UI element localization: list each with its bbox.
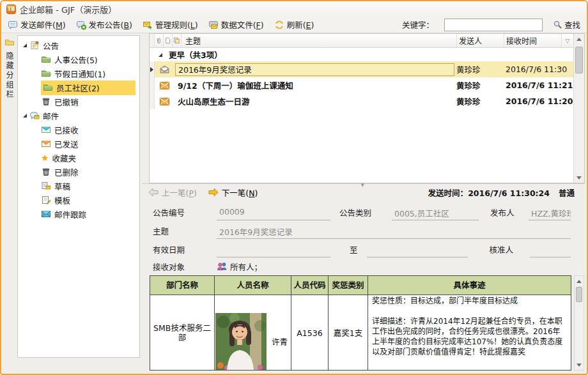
- sidebar-item-deleted[interactable]: 已删除: [18, 165, 139, 179]
- search-label: 查找: [564, 19, 580, 31]
- reward-table: 部门名称 人员名称 人员代码 奖惩类别 具体事迹 SMB技术服务二部: [150, 275, 571, 371]
- send-mail-button[interactable]: 发送邮件(M): [8, 19, 66, 31]
- col-person-name: 人员名称: [215, 276, 291, 295]
- trash-icon: [41, 167, 51, 177]
- collapse-group-bar[interactable]: 隐藏分组栏: [2, 34, 17, 371]
- scrollbar-thumb[interactable]: [576, 287, 582, 302]
- message-list: 主题 发送人 接收时间 ▽ 更早（共3项） 2016年9月奖惩记录 黄珍珍 20…: [149, 33, 585, 183]
- prev-arrow-icon: [148, 188, 159, 197]
- sidebar-item-mail-tracking[interactable]: 邮件跟踪: [18, 207, 139, 221]
- sidebar-item-sent[interactable]: 已发送: [18, 137, 139, 151]
- folder-tree: 公告 人事公告(5) 节假日通知(1) 员工社区(2) 已撤销 邮件 已接: [17, 35, 140, 358]
- scroll-up-button[interactable]: [575, 276, 584, 286]
- message-sender: 黄珍珍: [454, 79, 504, 91]
- reward-table-row: SMB技术服务二部: [150, 295, 571, 371]
- manage-rules-button[interactable]: 管理规则(L): [143, 19, 198, 31]
- col-details: 具体事迹: [368, 276, 571, 295]
- column-header-time[interactable]: 接收时间: [504, 34, 562, 47]
- keyword-input[interactable]: [444, 19, 543, 31]
- triangle-down-icon: [576, 176, 582, 182]
- scroll-up-button[interactable]: [574, 34, 584, 44]
- copies-column-header[interactable]: [173, 34, 182, 47]
- manage-rules-icon: [143, 20, 153, 30]
- employee-photo: [215, 313, 267, 371]
- message-time: 2016/7/6 11:30: [504, 65, 573, 74]
- publish-announcement-icon: [76, 20, 86, 30]
- cell-person-code: A1536: [291, 295, 329, 371]
- triangle-up-icon: [576, 277, 582, 283]
- message-row[interactable]: 火山岛原生态一日游 黄珍珍 2016/7/6 11:20: [150, 93, 573, 109]
- sidebar-item-revoked[interactable]: 已撤销: [18, 95, 139, 109]
- recipients-value: 所有人；: [230, 261, 262, 273]
- sidebar-item-label: 邮件: [43, 110, 59, 122]
- sidebar-item-label: 员工社区(2): [56, 82, 100, 94]
- row-indicator: [150, 77, 155, 93]
- cell-person: 许青: [215, 295, 291, 371]
- folder-icon: [4, 37, 15, 47]
- details-line-1: 奖惩性质：目标达成，部门半年度目标达成: [372, 296, 567, 306]
- expander-icon[interactable]: [23, 114, 27, 118]
- sort-desc-icon[interactable]: ▽: [562, 34, 573, 47]
- window-title: 企业邮箱 - GJF（演示版）: [20, 3, 116, 15]
- attachment-column-header[interactable]: [155, 34, 164, 47]
- message-row[interactable]: 9/12（下周一）瑜伽班上课通知 黄珍珍 2016/7/6 11:21: [150, 77, 573, 93]
- expander-icon[interactable]: [23, 43, 27, 47]
- col-reward-category: 奖惩类别: [329, 276, 368, 295]
- sidebar-item-mail[interactable]: 邮件: [18, 109, 139, 123]
- triangle-down-icon: [576, 364, 582, 369]
- message-row[interactable]: 2016年9月奖惩记录 黄珍珍 2016/7/6 11:30: [150, 61, 573, 77]
- scrollbar-thumb[interactable]: [575, 47, 583, 73]
- folder-green-icon: [41, 54, 51, 65]
- sidebar-item-hr-announcements[interactable]: 人事公告(5): [18, 52, 139, 66]
- scroll-down-button[interactable]: [575, 360, 584, 370]
- draft-icon: [41, 181, 51, 191]
- list-group-header[interactable]: 更早（共3项）: [150, 48, 573, 61]
- search-button[interactable]: 查找: [553, 19, 580, 31]
- sidebar-item-holiday-notices[interactable]: 节假日通知(1): [18, 66, 139, 80]
- previous-record-button[interactable]: 上一笔(P): [148, 187, 197, 199]
- collapse-bar-label: 隐藏分组栏: [4, 52, 15, 100]
- page-column-header[interactable]: [164, 34, 173, 47]
- table-scrollbar[interactable]: [574, 275, 584, 371]
- subject-label: 主题: [153, 225, 217, 239]
- publish-announcement-button[interactable]: 发布公告(B): [76, 19, 132, 31]
- message-subject: 2016年9月奖惩记录: [175, 63, 454, 76]
- valid-date-from-value: [217, 244, 330, 257]
- trash-icon: [41, 96, 51, 107]
- message-time: 2016/7/6 11:20: [504, 96, 573, 106]
- sidebar-item-drafts[interactable]: 草稿: [18, 179, 139, 193]
- selected-highlight: 员工社区(2): [41, 80, 135, 95]
- group-expander-icon[interactable]: [159, 53, 162, 57]
- sidebar-item-templates[interactable]: 模板: [18, 193, 139, 207]
- valid-date-label: 有效日期: [153, 243, 217, 257]
- sidebar-item-favorites[interactable]: ★ 收藏夹: [18, 151, 139, 165]
- sidebar-item-inbox[interactable]: 已接收: [18, 123, 139, 137]
- data-file-button[interactable]: 数据文件(F): [208, 19, 264, 31]
- splitter-handle[interactable]: ▼: [359, 183, 367, 188]
- next-record-button[interactable]: 下一笔(N): [208, 187, 258, 199]
- list-scrollbar[interactable]: [573, 34, 584, 183]
- next-arrow-icon: [208, 188, 219, 197]
- col-department: 部门名称: [150, 276, 215, 295]
- reward-table-header: 部门名称 人员名称 人员代码 奖惩类别 具体事迹: [150, 276, 571, 295]
- refresh-button[interactable]: 刷新(E): [274, 19, 314, 31]
- folder-green-icon: [41, 68, 51, 79]
- scroll-down-button[interactable]: [574, 172, 584, 183]
- recipients-label: 接收对象: [153, 261, 217, 273]
- category-label: 公告类别: [330, 206, 392, 220]
- data-file-label: 数据文件(F): [221, 19, 264, 31]
- mail-sent-icon: [41, 139, 51, 149]
- column-header-sender[interactable]: 发送人: [457, 34, 504, 47]
- sidebar-item-employee-community[interactable]: 员工社区(2): [18, 80, 139, 95]
- recipients-icon: [217, 262, 227, 271]
- column-header-subject[interactable]: 主题: [182, 34, 457, 47]
- message-sender: 黄珍珍: [454, 63, 504, 75]
- app-window: TB 企业邮箱 - GJF（演示版） 发送邮件(M) 发布公告(B) 管理规则(…: [0, 0, 588, 375]
- to-label: 至: [330, 243, 367, 257]
- announcement-icon: [29, 40, 40, 50]
- message-subject: 9/12（下周一）瑜伽班上课通知: [174, 79, 454, 91]
- sidebar-item-announcements[interactable]: 公告: [18, 38, 139, 52]
- template-icon: [41, 195, 51, 205]
- cell-details: 奖惩性质：目标达成，部门半年度目标达成 详细描述：许青从2014年12月起兼任合…: [368, 295, 571, 371]
- announcement-no-value: 00009: [217, 207, 330, 220]
